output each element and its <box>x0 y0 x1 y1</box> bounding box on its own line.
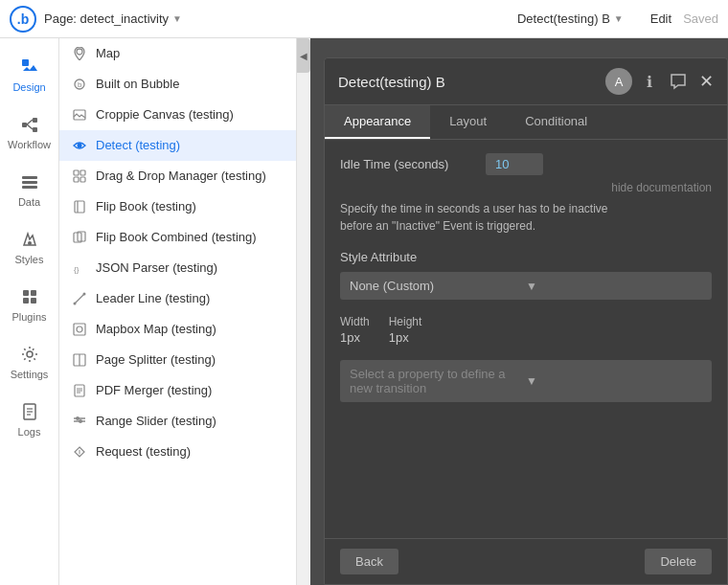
list-item-label: Request (testing) <box>96 444 284 461</box>
style-attribute-dropdown[interactable]: None (Custom) ▼ <box>340 272 712 300</box>
list-item[interactable]: Croppie Canvas (testing) <box>59 100 296 130</box>
sidebar-item-logs[interactable]: Logs <box>0 391 59 448</box>
svg-rect-13 <box>31 298 36 304</box>
list-item-label: Detect (testing) <box>96 138 284 154</box>
modal-window: Detect(testing) B A ℹ ✕ Appe <box>324 57 728 585</box>
svg-rect-7 <box>22 181 37 184</box>
plugins-icon <box>19 286 40 307</box>
svg-rect-36 <box>74 324 85 335</box>
modal-header: Detect(testing) B A ℹ ✕ <box>325 58 727 105</box>
list-item-label: Range Slider (testing) <box>96 414 284 430</box>
tab-conditional[interactable]: Conditional <box>506 105 606 139</box>
idle-time-input[interactable]: 10 <box>486 153 543 175</box>
design-label: Design <box>12 81 45 93</box>
list-item[interactable]: b Built on Bubble <box>59 69 296 100</box>
plugin-label: Detect(testing) B <box>517 11 610 26</box>
sidebar-item-plugins[interactable]: Plugins <box>0 276 59 333</box>
logs-icon <box>19 401 40 422</box>
list-item[interactable]: Leader Line (testing) <box>59 283 296 314</box>
width-label: Width <box>340 315 370 328</box>
svg-rect-11 <box>31 290 36 296</box>
edit-button[interactable]: Edit <box>650 11 671 26</box>
page-label: Page: detect_inactivity <box>44 11 169 26</box>
request-icon <box>71 443 88 461</box>
logo: .b <box>10 6 36 33</box>
svg-rect-3 <box>33 127 37 132</box>
list-item-label: Mapbox Map (testing) <box>96 322 284 338</box>
settings-icon <box>19 344 40 365</box>
svg-point-49 <box>80 455 80 456</box>
sidebar-item-data[interactable]: Data <box>0 161 59 218</box>
modal-header-icons: A ℹ ✕ <box>605 68 714 95</box>
tab-appearance[interactable]: Appearance <box>325 105 430 139</box>
page-selector[interactable]: Page: detect_inactivity ▼ <box>44 11 182 26</box>
list-item[interactable]: Map <box>59 38 296 69</box>
width-value: 1px <box>340 330 360 345</box>
list-item[interactable]: Flip Book Combined (testing) <box>59 222 296 253</box>
list-item-label: Flip Book (testing) <box>96 199 284 215</box>
sidebar-item-workflow[interactable]: Workflow <box>0 103 59 161</box>
svg-rect-26 <box>74 177 79 182</box>
collapse-handle[interactable]: ◀ <box>297 38 310 73</box>
idle-time-label: Idle Time (seconds) <box>340 157 474 171</box>
height-field: Height 1px <box>389 315 422 345</box>
transition-placeholder: Select a property to define a new transi… <box>350 367 526 395</box>
book-combined-icon <box>71 229 88 246</box>
transition-dropdown-arrow: ▼ <box>526 374 702 388</box>
list-item-label: JSON Parser (testing) <box>96 260 284 277</box>
tab-layout[interactable]: Layout <box>430 105 506 139</box>
list-item[interactable]: Drag & Drop Manager (testing) <box>59 161 296 191</box>
list-item[interactable]: PDF Merger (testing) <box>59 375 296 406</box>
list-item[interactable]: Page Splitter (testing) <box>59 345 296 375</box>
list-item[interactable]: Range Slider (testing) <box>59 406 296 437</box>
mapbox-icon <box>71 321 88 338</box>
svg-line-4 <box>27 120 33 124</box>
eye-icon <box>71 137 88 154</box>
svg-point-14 <box>27 351 33 357</box>
list-item-label: Drag & Drop Manager (testing) <box>96 169 284 185</box>
slider-icon <box>71 413 88 430</box>
svg-rect-12 <box>23 298 29 304</box>
info-icon-button[interactable]: ℹ <box>638 70 661 93</box>
user-icon-button[interactable]: A <box>605 68 632 95</box>
list-item[interactable]: Request (testing) <box>59 437 296 467</box>
svg-rect-10 <box>23 290 29 296</box>
close-button[interactable]: ✕ <box>699 71 714 92</box>
collapse-arrow: ◀ <box>300 51 307 61</box>
element-list: Map b Built on Bubble Croppie Canvas (te… <box>59 38 297 585</box>
logs-label: Logs <box>18 426 41 438</box>
page-dropdown-arrow: ▼ <box>172 13 182 24</box>
list-item[interactable]: Mapbox Map (testing) <box>59 314 296 345</box>
styles-label: Styles <box>15 254 44 265</box>
transition-dropdown[interactable]: Select a property to define a new transi… <box>340 360 712 402</box>
sidebar-item-styles[interactable]: Styles <box>0 218 59 276</box>
svg-rect-28 <box>75 201 84 213</box>
modal-body: Idle Time (seconds) 10 hide documentatio… <box>325 140 727 429</box>
list-item[interactable]: Flip Book (testing) <box>59 191 296 222</box>
svg-point-19 <box>77 49 82 55</box>
sidebar-item-design[interactable]: Design <box>0 46 59 103</box>
hide-doc-link[interactable]: hide documentation <box>340 181 712 194</box>
list-item-detect[interactable]: Detect (testing) <box>59 130 296 161</box>
back-button[interactable]: Back <box>340 549 398 574</box>
main-layout: Design Workflow <box>0 38 728 585</box>
svg-point-9 <box>28 241 32 245</box>
info-icon: ℹ <box>647 73 652 91</box>
plugin-selector[interactable]: Detect(testing) B ▼ <box>517 11 624 26</box>
svg-rect-2 <box>33 118 37 123</box>
comment-icon-button[interactable] <box>667 70 690 93</box>
settings-label: Settings <box>11 369 49 380</box>
svg-point-46 <box>79 419 82 423</box>
list-item[interactable]: {} JSON Parser (testing) <box>59 253 296 283</box>
json-icon: {} <box>71 259 88 277</box>
style-attribute-label: Style Attribute <box>340 250 712 264</box>
delete-button[interactable]: Delete <box>645 549 712 574</box>
svg-rect-27 <box>80 177 85 182</box>
sidebar-item-settings[interactable]: Settings <box>0 333 59 391</box>
doc-text: Specify the time in seconds a user has t… <box>340 200 712 235</box>
list-item-label: Leader Line (testing) <box>96 291 284 307</box>
list-item-label: Map <box>96 46 284 62</box>
list-item-label: Flip Book Combined (testing) <box>96 230 284 246</box>
svg-rect-1 <box>22 123 27 127</box>
style-dropdown-arrow: ▼ <box>526 280 702 293</box>
